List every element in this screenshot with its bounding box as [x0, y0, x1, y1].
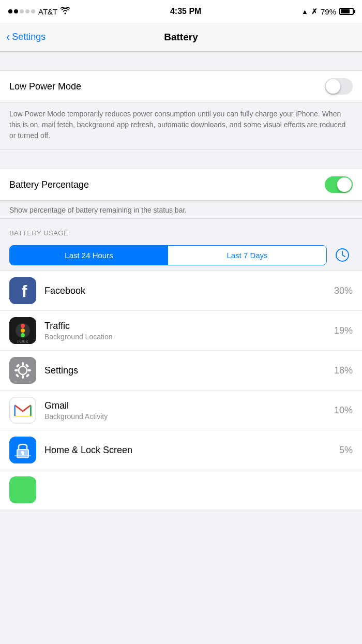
battery-usage-header: BATTERY USAGE [9, 229, 68, 237]
settings-app-icon [9, 357, 36, 384]
battery-usage-header-section: BATTERY USAGE [0, 219, 362, 242]
tab-switcher: Last 24 Hours Last 7 Days [9, 245, 327, 265]
app-row-partial[interactable] [0, 470, 362, 510]
status-right: ▲ ✗ 79% [301, 7, 354, 16]
settings-percentage: 18% [334, 365, 353, 376]
section-gap-1 [0, 150, 362, 169]
app-row-traffic[interactable]: INRIX Traffic Background Location 19% [0, 311, 362, 351]
traffic-icon: INRIX [9, 317, 36, 344]
status-bar: AT&T 4:35 PM ▲ ✗ 79% [0, 0, 362, 23]
gmail-info: Gmail Background Activity [44, 400, 334, 421]
app-row-facebook[interactable]: f Facebook 30% [0, 271, 362, 311]
svg-rect-21 [10, 397, 36, 423]
traffic-name: Traffic [44, 321, 334, 332]
app-row-homelock[interactable]: Home & Lock Screen 5% [0, 430, 362, 470]
battery-percentage-description: Show percentage of battery remaining in … [9, 206, 353, 214]
app-list: f Facebook 30% INRIX Traffic Background … [0, 271, 362, 510]
svg-rect-26 [22, 453, 24, 455]
tab-section: Last 24 Hours Last 7 Days [0, 242, 362, 271]
svg-point-7 [21, 324, 25, 328]
tab-7d-button[interactable]: Last 7 Days [168, 246, 326, 265]
signal-dot-3 [20, 9, 24, 13]
facebook-icon: f [9, 277, 36, 304]
app-row-gmail[interactable]: Gmail Background Activity 10% [0, 391, 362, 430]
toggle-knob-2 [337, 177, 352, 192]
nav-bar: ‹ Settings Battery [0, 23, 362, 52]
location-icon: ▲ [301, 8, 308, 16]
svg-point-9 [21, 333, 25, 337]
svg-rect-27 [14, 455, 31, 456]
battery-percentage-label: Battery Percentage [9, 179, 89, 190]
svg-text:INRIX: INRIX [17, 339, 28, 344]
signal-dot-5 [31, 9, 35, 13]
back-button[interactable]: ‹ Settings [6, 32, 46, 43]
signal-dot-2 [14, 9, 18, 13]
battery-fill [341, 9, 350, 13]
app-row-settings[interactable]: Settings 18% [0, 351, 362, 391]
homelock-percentage: 5% [339, 445, 353, 456]
svg-rect-16 [27, 369, 31, 371]
low-power-mode-row: Low Power Mode [0, 71, 362, 102]
homelock-name: Home & Lock Screen [44, 445, 339, 456]
gmail-name: Gmail [44, 400, 334, 411]
gmail-percentage: 10% [334, 405, 353, 416]
settings-app-name: Settings [44, 365, 334, 376]
battery-percentage-row: Battery Percentage [0, 169, 362, 201]
facebook-percentage: 30% [334, 286, 353, 296]
gmail-icon [9, 397, 36, 424]
facebook-name: Facebook [44, 286, 334, 296]
battery-percentage-group: Battery Percentage [0, 169, 362, 201]
signal-dot-4 [25, 9, 29, 13]
toggle-knob [326, 79, 340, 94]
carrier-label: AT&T [38, 7, 57, 16]
chevron-left-icon: ‹ [6, 32, 10, 43]
homelock-info: Home & Lock Screen [44, 445, 339, 456]
low-power-mode-label: Low Power Mode [9, 81, 81, 92]
back-label: Settings [12, 32, 46, 42]
low-power-mode-group: Low Power Mode [0, 70, 362, 102]
svg-rect-11 [9, 357, 36, 384]
facebook-info: Facebook [44, 286, 334, 296]
clock-button[interactable] [332, 245, 353, 265]
svg-line-2 [342, 255, 345, 257]
traffic-info: Traffic Background Location [44, 321, 334, 341]
svg-rect-13 [22, 362, 24, 366]
status-left: AT&T [8, 7, 70, 16]
low-power-mode-toggle[interactable] [325, 78, 353, 95]
svg-point-8 [21, 328, 25, 333]
signal-dot-1 [8, 9, 12, 13]
status-time: 4:35 PM [170, 7, 201, 16]
battery-percent-label: 79% [321, 7, 336, 16]
signal-dots [8, 9, 35, 13]
low-power-description-section: Low Power Mode temporarily reduces power… [0, 102, 362, 150]
gmail-subtitle: Background Activity [44, 412, 334, 421]
traffic-percentage: 19% [334, 325, 353, 336]
bluetooth-icon: ✗ [311, 7, 318, 16]
svg-rect-14 [22, 375, 24, 379]
tab-24h-button[interactable]: Last 24 Hours [10, 246, 168, 265]
svg-rect-15 [14, 369, 18, 371]
partial-app-icon [9, 476, 36, 503]
settings-app-info: Settings [44, 365, 334, 376]
battery-icon [339, 8, 354, 15]
low-power-description: Low Power Mode temporarily reduces power… [9, 109, 353, 141]
page-title: Battery [164, 32, 198, 43]
homelock-icon [9, 437, 36, 463]
traffic-subtitle: Background Location [44, 333, 334, 341]
svg-text:f: f [22, 282, 27, 301]
battery-percentage-toggle[interactable] [325, 176, 353, 193]
wifi-icon [61, 7, 70, 16]
top-spacer [0, 52, 362, 70]
battery-percentage-description-section: Show percentage of battery remaining in … [0, 201, 362, 219]
